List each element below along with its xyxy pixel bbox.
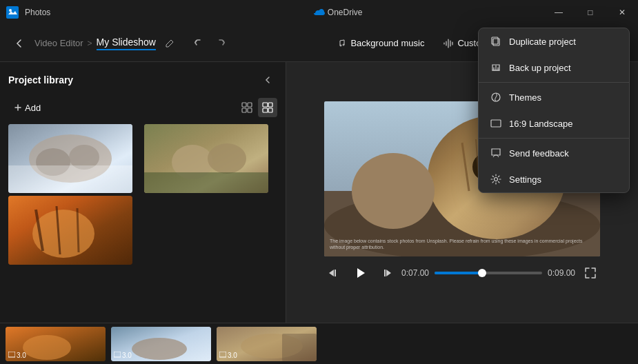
media-item[interactable] — [144, 124, 268, 193]
progress-fill — [435, 272, 482, 274]
duplicate-icon — [490, 35, 502, 48]
app-icon — [6, 6, 19, 19]
menu-label-themes: Themes — [509, 92, 541, 103]
svg-line-23 — [77, 208, 79, 252]
library-toolbar: Add — [8, 98, 277, 117]
maximize-button[interactable]: □ — [575, 0, 606, 25]
menu-label-landscape: 16:9 Landscape — [509, 119, 573, 129]
menu-label-duplicate: Duplicate project — [509, 37, 576, 47]
svg-rect-9 — [268, 108, 272, 112]
menu-label-feedback: Send feedback — [509, 148, 569, 159]
undo-button[interactable] — [189, 34, 208, 53]
menu-item-themes[interactable]: Themes — [479, 84, 629, 110]
library-title: Project library — [8, 74, 73, 85]
menu-item-backup[interactable]: Back up project — [479, 54, 629, 81]
svg-point-1 — [9, 9, 12, 12]
svg-marker-36 — [357, 268, 365, 278]
svg-point-45 — [23, 335, 71, 360]
window-controls: — □ ✕ — [543, 0, 638, 25]
svg-rect-42 — [491, 120, 501, 127]
svg-rect-52 — [282, 334, 317, 361]
filmstrip-item[interactable]: 3.0 — [217, 327, 317, 361]
filmstrip-item[interactable]: 3.0 — [111, 327, 211, 361]
svg-point-43 — [495, 178, 498, 181]
grid-view-button[interactable] — [237, 98, 257, 117]
rewind-button[interactable] — [324, 263, 343, 283]
undo-redo-group — [189, 34, 230, 53]
dropdown-menu: Duplicate project Back up project Themes… — [478, 28, 630, 193]
background-music-label: Background music — [350, 38, 424, 48]
svg-rect-6 — [263, 103, 268, 107]
backup-icon — [490, 61, 502, 74]
filmstrip: 3.0 3.0 — [0, 323, 638, 364]
menu-item-duplicate[interactable]: Duplicate project — [479, 28, 629, 54]
svg-rect-35 — [335, 270, 336, 276]
project-library: Project library Add — [0, 62, 286, 323]
media-grid — [8, 124, 277, 265]
svg-rect-4 — [242, 108, 246, 112]
svg-rect-38 — [384, 270, 386, 276]
fullscreen-button[interactable] — [581, 263, 600, 283]
svg-rect-7 — [268, 103, 272, 107]
onedrive-area: OneDrive — [314, 7, 363, 18]
menu-divider — [479, 82, 629, 83]
svg-point-28 — [352, 153, 435, 229]
svg-point-48 — [132, 338, 187, 360]
add-label: Add — [25, 103, 41, 113]
breadcrumb: Video Editor > My Slideshow — [34, 37, 156, 50]
redo-button[interactable] — [211, 34, 230, 53]
strip-label: 3.0 — [8, 352, 26, 359]
minimize-button[interactable]: — — [543, 0, 575, 25]
media-item[interactable] — [8, 196, 132, 265]
svg-rect-46 — [8, 352, 15, 357]
strip-label: 3.0 — [219, 352, 237, 359]
svg-rect-53 — [219, 352, 226, 357]
svg-rect-3 — [248, 103, 252, 107]
breadcrumb-separator: > — [88, 39, 92, 48]
svg-marker-34 — [329, 270, 334, 276]
menu-label-backup: Back up project — [509, 63, 571, 73]
menu-divider-2 — [479, 138, 629, 139]
project-title: My Slideshow — [97, 37, 156, 50]
list-view-button[interactable] — [258, 98, 277, 117]
background-music-button[interactable]: Background music — [328, 34, 432, 52]
svg-rect-14 — [8, 165, 132, 193]
current-time: 0:07.00 — [401, 268, 429, 278]
play-button[interactable] — [349, 262, 371, 284]
settings-icon — [490, 173, 502, 185]
progress-thumb — [478, 269, 486, 277]
landscape-icon — [490, 117, 502, 130]
app-title: Photos — [25, 8, 50, 17]
toolbar-left: Video Editor > My Slideshow — [8, 32, 328, 54]
media-item[interactable] — [8, 124, 132, 193]
feedback-icon — [490, 147, 502, 159]
video-overlay-text: The image below contains stock photos fr… — [330, 238, 595, 250]
svg-rect-49 — [114, 352, 121, 357]
back-button[interactable] — [8, 32, 30, 54]
strip-label: 3.0 — [114, 352, 132, 359]
progress-bar[interactable] — [435, 272, 542, 274]
svg-rect-8 — [263, 108, 268, 112]
svg-marker-37 — [386, 270, 391, 276]
total-time: 0:09.00 — [548, 268, 575, 278]
view-toggle — [237, 98, 277, 117]
add-media-button[interactable]: Add — [8, 100, 46, 116]
themes-icon — [490, 91, 502, 103]
titlebar-left: Photos — [6, 6, 50, 19]
edit-title-button[interactable] — [160, 34, 179, 53]
collapse-library-button[interactable] — [258, 70, 277, 90]
menu-item-feedback[interactable]: Send feedback — [479, 140, 629, 166]
video-controls: 0:07.00 0:09.00 — [324, 262, 600, 284]
filmstrip-item[interactable]: 3.0 — [6, 327, 106, 361]
menu-item-landscape[interactable]: 16:9 Landscape — [479, 110, 629, 136]
svg-rect-2 — [242, 103, 246, 107]
svg-rect-18 — [144, 172, 268, 193]
menu-item-settings[interactable]: Settings — [479, 166, 629, 192]
onedrive-label: OneDrive — [314, 7, 363, 18]
menu-label-settings: Settings — [509, 174, 541, 185]
svg-point-17 — [208, 143, 246, 174]
svg-rect-5 — [248, 108, 252, 112]
breadcrumb-parent[interactable]: Video Editor — [34, 38, 83, 48]
close-button[interactable]: ✕ — [606, 0, 638, 25]
forward-button[interactable] — [377, 263, 396, 283]
